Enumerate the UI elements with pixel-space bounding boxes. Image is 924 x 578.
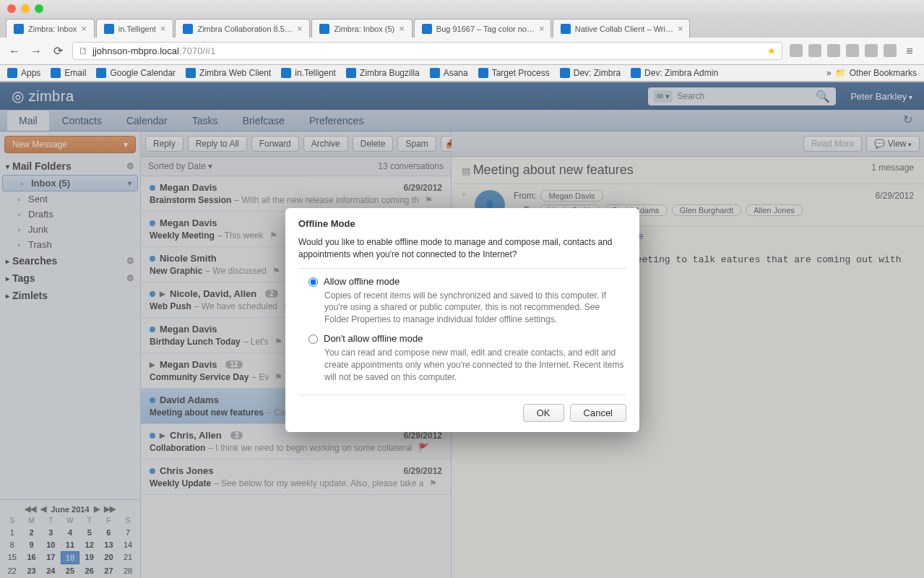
gear-icon[interactable]: ⚙ bbox=[126, 256, 134, 266]
cal-day[interactable]: 17 bbox=[41, 551, 60, 564]
refresh-icon[interactable]: ↻ bbox=[899, 108, 917, 131]
conversation-item[interactable]: Chris Jones6/29/2012Weekly Update – See … bbox=[141, 460, 451, 495]
expand-icon[interactable]: ▶ bbox=[150, 361, 155, 368]
app-tab-mail[interactable]: Mail bbox=[7, 111, 49, 131]
reply-button[interactable]: Reply bbox=[145, 136, 183, 152]
cal-day[interactable]: 22 bbox=[3, 565, 22, 577]
browser-tab[interactable]: Native Collab Client – Wri…× bbox=[553, 19, 690, 38]
forward-button[interactable]: → bbox=[29, 44, 43, 59]
reload-button[interactable]: ⟳ bbox=[51, 44, 65, 59]
cal-day[interactable]: 21 bbox=[118, 551, 137, 564]
ext-icon[interactable] bbox=[790, 44, 803, 57]
section-zimlets[interactable]: Zimlets bbox=[0, 287, 140, 304]
folder-junk[interactable]: ▫Junk bbox=[0, 222, 140, 237]
browser-tab[interactable]: Bug 91667 – Tag color no…× bbox=[414, 19, 551, 38]
search-icon[interactable]: 🔍 bbox=[816, 90, 830, 103]
flag-icon[interactable]: ⚑ bbox=[425, 195, 433, 205]
view-menu[interactable]: 💬 View bbox=[866, 136, 920, 152]
close-icon[interactable]: × bbox=[399, 23, 405, 34]
folder-inbox[interactable]: ▫Inbox (5) bbox=[2, 175, 138, 191]
cal-day[interactable]: 15 bbox=[3, 551, 22, 564]
ext-icon[interactable] bbox=[827, 44, 840, 57]
cal-day[interactable]: 4 bbox=[61, 527, 79, 538]
browser-tab[interactable]: in.Telligent× bbox=[96, 19, 174, 38]
cal-day[interactable]: 12 bbox=[80, 539, 99, 551]
search-input[interactable] bbox=[677, 91, 816, 101]
flag-icon[interactable]: 🚩 bbox=[418, 443, 429, 453]
browser-tab[interactable]: Zimbra: Inbox× bbox=[6, 19, 95, 38]
app-tab-contacts[interactable]: Contacts bbox=[51, 111, 113, 131]
cal-day[interactable]: 8 bbox=[3, 539, 22, 551]
disallow-offline-option[interactable]: Don't allow offline mode bbox=[308, 333, 626, 344]
bookmark-item[interactable]: Dev: Zimbra Admin bbox=[631, 68, 718, 78]
cal-day[interactable]: 11 bbox=[61, 539, 79, 551]
ext-icon[interactable] bbox=[884, 44, 897, 57]
flag-icon[interactable]: ⚑ bbox=[275, 337, 282, 347]
url-bar[interactable]: 🗋 jjohnson-mbpro.local:7070/#1 ★ bbox=[72, 42, 782, 60]
allow-offline-radio[interactable] bbox=[308, 277, 318, 287]
cal-next-month[interactable]: ▶▶ bbox=[104, 504, 116, 514]
username-menu[interactable]: Peter Barkley bbox=[850, 91, 912, 102]
flag-icon[interactable]: ⚑ bbox=[429, 478, 437, 488]
cal-day[interactable]: 1 bbox=[3, 527, 22, 538]
cal-day[interactable]: 16 bbox=[22, 551, 41, 564]
section-tags[interactable]: Tags⚙ bbox=[0, 269, 140, 287]
folder-drafts[interactable]: ▫Drafts bbox=[0, 207, 140, 222]
cal-prev-month[interactable]: ◀◀ bbox=[25, 504, 36, 514]
spam-button[interactable]: Spam bbox=[397, 136, 436, 152]
close-icon[interactable]: × bbox=[297, 23, 303, 34]
other-bookmarks[interactable]: » 📁 Other Bookmarks bbox=[826, 68, 917, 78]
cal-day[interactable]: 2 bbox=[22, 527, 41, 538]
expand-icon[interactable]: ▶ bbox=[160, 290, 165, 298]
folder-trash[interactable]: ▫Trash bbox=[0, 237, 140, 252]
gear-icon[interactable]: ⚙ bbox=[126, 161, 134, 171]
cal-day[interactable]: 14 bbox=[118, 539, 137, 551]
bookmark-item[interactable]: Zimbra Bugzilla bbox=[346, 68, 420, 78]
star-icon[interactable]: ★ bbox=[767, 46, 776, 56]
cal-day[interactable]: 20 bbox=[100, 551, 118, 564]
search-box[interactable]: ✉ ▾ 🔍 bbox=[648, 87, 836, 105]
app-tab-preferences[interactable]: Preferences bbox=[298, 111, 375, 131]
cal-day[interactable]: 19 bbox=[80, 551, 99, 564]
bookmark-item[interactable]: Email bbox=[51, 68, 86, 78]
bookmark-item[interactable]: Target Process bbox=[478, 68, 550, 78]
folder-sent[interactable]: ▫Sent bbox=[0, 191, 140, 207]
cal-day[interactable]: 23 bbox=[22, 565, 41, 577]
browser-tab[interactable]: Zimbra: Inbox (5)× bbox=[311, 19, 412, 38]
ok-button[interactable]: OK bbox=[523, 404, 564, 422]
window-close[interactable] bbox=[7, 4, 16, 13]
app-tab-calendar[interactable]: Calendar bbox=[115, 111, 179, 131]
cal-day[interactable]: 25 bbox=[61, 565, 79, 577]
search-scope-icon[interactable]: ✉ ▾ bbox=[654, 90, 673, 103]
to-pill[interactable]: Allen Jones bbox=[746, 204, 803, 216]
app-tab-briefcase[interactable]: Briefcase bbox=[231, 111, 296, 131]
cal-day[interactable]: 13 bbox=[100, 539, 118, 551]
section-searches[interactable]: Searches⚙ bbox=[0, 252, 140, 269]
from-pill[interactable]: Megan Davis bbox=[540, 190, 603, 202]
cal-next[interactable]: ▶ bbox=[94, 504, 100, 514]
sort-control[interactable]: Sorted by Date ▾ bbox=[148, 161, 212, 171]
close-icon[interactable]: × bbox=[81, 23, 87, 34]
bookmark-item[interactable]: Dev: Zimbra bbox=[560, 68, 621, 78]
cal-day[interactable]: 6 bbox=[100, 527, 118, 538]
flag-icon[interactable]: ⚑ bbox=[275, 372, 282, 382]
cal-day[interactable]: 3 bbox=[41, 527, 60, 538]
cancel-button[interactable]: Cancel bbox=[570, 404, 626, 422]
close-icon[interactable]: × bbox=[539, 23, 545, 34]
cal-day[interactable]: 26 bbox=[80, 565, 99, 577]
window-minimize[interactable] bbox=[21, 4, 30, 13]
bookmark-item[interactable]: Zimbra Web Client bbox=[186, 68, 271, 78]
bookmark-item[interactable]: Google Calendar bbox=[96, 68, 176, 78]
archive-button[interactable]: Archive bbox=[303, 136, 348, 152]
conversation-item[interactable]: Megan Davis6/29/2012Brainstorm Session –… bbox=[141, 176, 451, 212]
browser-tab[interactable]: Zimbra Collaboration 8.5…× bbox=[175, 19, 310, 38]
flag-icon[interactable]: ⚑ bbox=[272, 266, 280, 276]
gear-icon[interactable]: ⚙ bbox=[126, 273, 134, 283]
disallow-offline-radio[interactable] bbox=[308, 335, 318, 344]
close-icon[interactable]: × bbox=[678, 23, 683, 34]
mail-folders-header[interactable]: Mail Folders ⚙ bbox=[0, 158, 140, 175]
menu-icon[interactable]: ≡ bbox=[902, 44, 917, 59]
ext-icon[interactable] bbox=[846, 44, 859, 57]
reply-all-button[interactable]: Reply to All bbox=[188, 136, 247, 152]
bookmark-item[interactable]: Apps bbox=[7, 68, 40, 78]
